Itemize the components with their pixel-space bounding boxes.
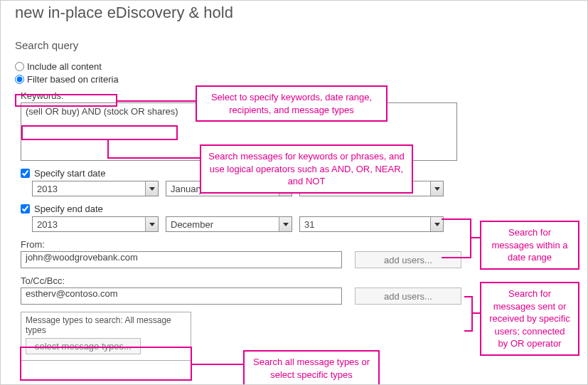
check-start-date-label: Specify start date [34,168,105,179]
end-day-select[interactable]: 31 [299,216,444,232]
connector-line [192,364,243,365]
callout-message-types: Search all message types or select speci… [243,350,380,385]
connector-line [442,257,470,258]
check-start-date-input[interactable] [21,169,30,178]
end-month-select[interactable]: December [166,216,292,232]
message-types-title-prefix: Message types to search: [26,315,124,325]
connector-line [107,140,109,157]
page-title: new in-place eDiscovery & hold [1,1,587,22]
connector-line [442,218,470,220]
chevron-down-icon [145,181,158,196]
connector-line [471,312,480,314]
connector-line [464,330,471,332]
to-value: estherv@contoso.com [26,288,118,299]
connector-line [470,237,480,238]
check-end-date[interactable]: Specify end date [21,204,587,214]
connector-line [470,218,471,258]
connector-line [117,100,196,102]
start-year-value: 2013 [37,184,58,194]
check-end-date-label: Specify end date [34,204,103,214]
chevron-down-icon [279,217,292,231]
connector-line [464,296,471,297]
connector-line [107,157,200,159]
to-input[interactable]: estherv@contoso.com [21,288,342,305]
radio-criteria[interactable]: Filter based on criteria [15,74,587,85]
check-end-date-input[interactable] [21,204,30,213]
chevron-down-icon [430,181,443,196]
keywords-value: (sell OR buy) AND (stock OR shares) [26,106,178,117]
to-add-users-button[interactable]: add users... [355,288,461,305]
section-title: Search query [1,22,587,51]
end-day-value: 31 [304,219,314,230]
radio-criteria-label: Filter based on criteria [27,74,119,85]
chevron-down-icon [145,217,158,231]
radio-include-all[interactable]: Include all content [15,61,587,72]
start-month-value: January [171,184,203,194]
callout-date-range: Search for messages within a date range [480,221,579,270]
radio-include-all-input[interactable] [15,62,24,71]
message-types-box: Message types to search: All message typ… [21,312,191,361]
from-add-users-button[interactable]: add users... [355,251,461,268]
message-types-title: Message types to search: All message typ… [26,315,186,335]
connector-line [471,296,473,332]
from-value: john@woodgrovebank.com [26,252,138,263]
end-year-value: 2013 [37,219,58,230]
radio-criteria-input[interactable] [15,75,24,84]
end-year-select[interactable]: 2013 [32,216,159,232]
start-year-select[interactable]: 2013 [32,181,159,196]
callout-keywords: Search messages for keywords or phrases,… [200,144,413,194]
radio-include-all-label: Include all content [27,61,102,72]
end-month-value: December [171,219,213,230]
callout-users: Search for messages sent or received by … [480,282,579,356]
callout-criteria: Select to specify keywords, date range, … [196,85,387,122]
select-message-types-button[interactable]: select message types... [26,338,141,354]
from-input[interactable]: john@woodgrovebank.com [21,251,342,268]
